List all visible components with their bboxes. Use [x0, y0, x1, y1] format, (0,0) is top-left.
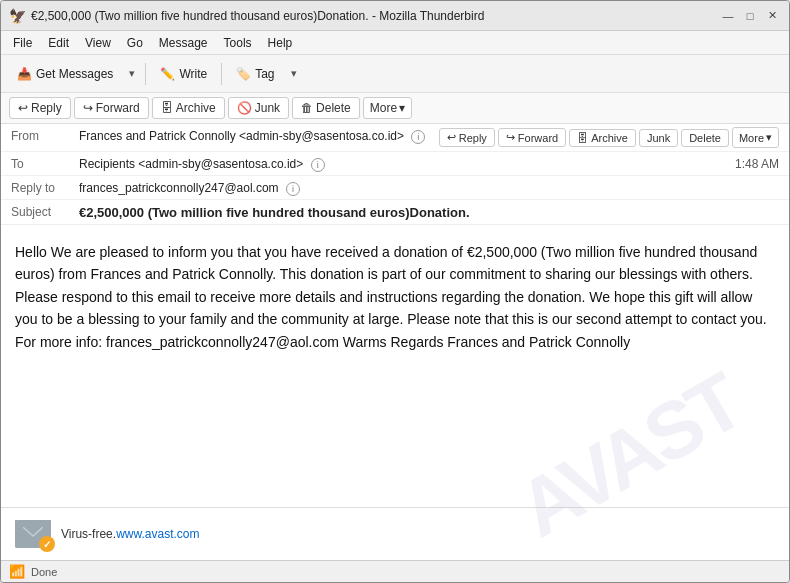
- status-text: Done: [31, 566, 57, 578]
- more-chevron-icon: ▾: [399, 101, 405, 115]
- inline-delete-button[interactable]: Delete: [681, 129, 729, 147]
- inline-junk-button[interactable]: Junk: [639, 129, 678, 147]
- inline-archive-icon: 🗄: [577, 132, 588, 144]
- inline-more-chevron-icon: ▾: [766, 131, 772, 144]
- menu-tools[interactable]: Tools: [216, 34, 260, 52]
- to-info-icon[interactable]: i: [311, 158, 325, 172]
- app-icon: 🦅: [9, 8, 25, 24]
- to-value: Recipients <admin-sby@sasentosa.co.id> i: [79, 155, 735, 172]
- action-bar: ↩ Reply ↪ Forward 🗄 Archive 🚫 Junk 🗑 Del…: [1, 93, 789, 124]
- avast-badge: ✓: [39, 536, 55, 552]
- inline-reply-label: Reply: [459, 132, 487, 144]
- menu-edit[interactable]: Edit: [40, 34, 77, 52]
- subject-label: Subject: [11, 203, 79, 219]
- menu-file[interactable]: File: [5, 34, 40, 52]
- forward-button[interactable]: ↪ Forward: [74, 97, 149, 119]
- from-text: Frances and Patrick Connolly <admin-sby@…: [79, 129, 404, 143]
- inline-actions: ↩ Reply ↪ Forward 🗄 Archive Junk Delete: [439, 127, 779, 148]
- write-icon: ✏️: [160, 67, 175, 81]
- window-title: €2,500,000 (Two million five hundred tho…: [31, 9, 719, 23]
- reply-to-label: Reply to: [11, 179, 79, 195]
- delete-button[interactable]: 🗑 Delete: [292, 97, 360, 119]
- get-messages-button[interactable]: 📥 Get Messages: [9, 63, 121, 85]
- menu-help[interactable]: Help: [260, 34, 301, 52]
- archive-button[interactable]: 🗄 Archive: [152, 97, 225, 119]
- archive-label: Archive: [176, 101, 216, 115]
- inline-forward-button[interactable]: ↪ Forward: [498, 128, 566, 147]
- delete-icon: 🗑: [301, 101, 313, 115]
- junk-icon: 🚫: [237, 101, 252, 115]
- minimize-button[interactable]: —: [719, 7, 737, 25]
- email-body-text: Hello We are pleased to inform you that …: [15, 241, 775, 353]
- get-messages-icon: 📥: [17, 67, 32, 81]
- email-body: Hello We are pleased to inform you that …: [1, 225, 789, 507]
- reply-to-row: Reply to frances_patrickconnolly247@aol.…: [1, 176, 789, 200]
- inline-archive-button[interactable]: 🗄 Archive: [569, 129, 636, 147]
- inline-more-button[interactable]: More ▾: [732, 127, 779, 148]
- reply-button[interactable]: ↩ Reply: [9, 97, 71, 119]
- tag-icon: 🏷️: [236, 67, 251, 81]
- menu-bar: File Edit View Go Message Tools Help: [1, 31, 789, 55]
- status-bar: 📶 Done: [1, 560, 789, 582]
- write-button[interactable]: ✏️ Write: [152, 63, 215, 85]
- reply-to-text: frances_patrickconnolly247@aol.com: [79, 181, 279, 195]
- menu-view[interactable]: View: [77, 34, 119, 52]
- reply-label: Reply: [31, 101, 62, 115]
- from-row: From Frances and Patrick Connolly <admin…: [1, 124, 789, 152]
- inline-reply-icon: ↩: [447, 131, 456, 144]
- inline-delete-label: Delete: [689, 132, 721, 144]
- inline-forward-icon: ↪: [506, 131, 515, 144]
- avast-icon-wrap: ✓: [15, 516, 51, 552]
- forward-label: Forward: [96, 101, 140, 115]
- email-time: 1:48 AM: [735, 155, 779, 171]
- menu-go[interactable]: Go: [119, 34, 151, 52]
- to-text: Recipients <admin-sby@sasentosa.co.id>: [79, 157, 303, 171]
- get-messages-dropdown[interactable]: ▾: [125, 63, 139, 84]
- tag-button[interactable]: 🏷️ Tag: [228, 63, 282, 85]
- to-row: To Recipients <admin-sby@sasentosa.co.id…: [1, 152, 789, 176]
- forward-icon: ↪: [83, 101, 93, 115]
- avast-text: Virus-free.www.avast.com: [61, 527, 200, 541]
- reply-to-value: frances_patrickconnolly247@aol.com i: [79, 179, 779, 196]
- inline-junk-label: Junk: [647, 132, 670, 144]
- inline-forward-label: Forward: [518, 132, 558, 144]
- more-label: More: [370, 101, 397, 115]
- junk-button[interactable]: 🚫 Junk: [228, 97, 289, 119]
- junk-label: Junk: [255, 101, 280, 115]
- window-controls: — □ ✕: [719, 7, 781, 25]
- from-info-icon[interactable]: i: [411, 130, 425, 144]
- write-label: Write: [179, 67, 207, 81]
- inline-archive-label: Archive: [591, 132, 628, 144]
- close-button[interactable]: ✕: [763, 7, 781, 25]
- subject-row: Subject €2,500,000 (Two million five hun…: [1, 200, 789, 224]
- reply-to-info-icon[interactable]: i: [286, 182, 300, 196]
- more-button[interactable]: More ▾: [363, 97, 412, 119]
- menu-message[interactable]: Message: [151, 34, 216, 52]
- main-toolbar: 📥 Get Messages ▾ ✏️ Write 🏷️ Tag ▾: [1, 55, 789, 93]
- reply-icon: ↩: [18, 101, 28, 115]
- get-messages-label: Get Messages: [36, 67, 113, 81]
- maximize-button[interactable]: □: [741, 7, 759, 25]
- subject-value: €2,500,000 (Two million five hundred tho…: [79, 203, 779, 220]
- email-header: From Frances and Patrick Connolly <admin…: [1, 124, 789, 225]
- inline-reply-button[interactable]: ↩ Reply: [439, 128, 495, 147]
- wifi-icon: 📶: [9, 564, 25, 579]
- avast-footer: ✓ Virus-free.www.avast.com: [1, 507, 789, 560]
- tag-dropdown[interactable]: ▾: [287, 63, 301, 84]
- avast-link[interactable]: www.avast.com: [116, 527, 199, 541]
- inline-more-label: More: [739, 132, 764, 144]
- from-label: From: [11, 127, 79, 143]
- archive-icon: 🗄: [161, 101, 173, 115]
- tag-label: Tag: [255, 67, 274, 81]
- separator-1: [145, 63, 146, 85]
- title-bar: 🦅 €2,500,000 (Two million five hundred t…: [1, 1, 789, 31]
- delete-label: Delete: [316, 101, 351, 115]
- avast-virus-free-text: Virus-free.: [61, 527, 116, 541]
- separator-2: [221, 63, 222, 85]
- to-label: To: [11, 155, 79, 171]
- from-value: Frances and Patrick Connolly <admin-sby@…: [79, 127, 433, 144]
